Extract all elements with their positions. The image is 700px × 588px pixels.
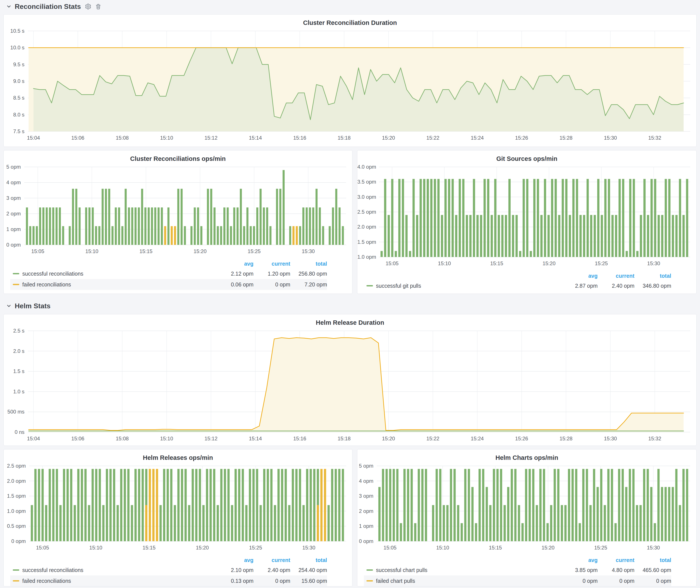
x-axis-tick: 15:22 (426, 436, 439, 442)
legend-stat-current: 0 opm (253, 578, 290, 584)
panel-title[interactable]: Cluster Reconciliation Duration (4, 15, 696, 28)
x-axis-tick: 15:30 (302, 545, 315, 551)
legend-header-total[interactable]: total (634, 557, 671, 563)
legend-stat-avg: 2.12 opm (217, 271, 253, 277)
chart-canvas (4, 328, 696, 446)
chevron-down-icon[interactable] (6, 4, 12, 9)
x-axis-tick: 15:14 (249, 135, 262, 141)
panel-helm-release-duration: Helm Release Duration 15:0415:0615:0815:… (3, 314, 697, 446)
legend-series-label[interactable]: failed chart pulls (364, 578, 561, 584)
legend-series-label[interactable]: failed reconciliations (10, 578, 217, 584)
legend-cluster-reconciliations: avgcurrenttotalsuccessful reconciliation… (4, 259, 352, 290)
legend-header-total[interactable]: total (634, 273, 671, 279)
series-color-dash-icon (13, 273, 19, 274)
x-axis-tick: 15:30 (647, 545, 660, 551)
legend-header-row: avgcurrenttotal (364, 271, 671, 280)
x-axis-tick: 15:20 (542, 545, 555, 551)
legend-stat-total: 256.80 opm (290, 271, 327, 277)
legend-header-current[interactable]: current (253, 261, 290, 267)
legend-series-label[interactable]: successful chart pulls (364, 567, 561, 573)
y-axis-tick: 10.0 s (4, 45, 24, 51)
x-axis-tick: 15:28 (560, 436, 573, 442)
y-axis-tick: 4 opm (4, 179, 21, 186)
x-axis-tick: 15:16 (293, 436, 306, 442)
panel-cluster-reconciliations-opm: Cluster Reconciliations ops/min 15:0515:… (3, 150, 352, 294)
chart-helm-release-duration[interactable]: 15:0415:0615:0815:1015:1215:1415:1615:18… (4, 328, 696, 446)
y-axis-tick: 1.0 opm (4, 508, 26, 514)
legend-header-avg[interactable]: avg (217, 261, 253, 267)
legend-series-label[interactable]: successful reconciliations (10, 271, 217, 277)
chart-canvas (357, 164, 696, 271)
legend-header-row: avgcurrenttotal (10, 259, 327, 268)
x-axis-tick: 15:22 (426, 135, 439, 141)
legend-stat-current: 2.40 opm (598, 283, 634, 289)
chart-helm-charts-opm[interactable]: 15:0515:1015:1515:2015:2515:305 opm4 opm… (357, 463, 696, 555)
legend-stat-total: 0 opm (634, 578, 671, 584)
legend-header-total[interactable]: total (290, 557, 327, 563)
x-axis-tick: 15:32 (648, 436, 661, 442)
y-axis-tick: 7.5 s (4, 128, 24, 134)
legend-series-label[interactable]: successful reconciliations (10, 567, 217, 573)
x-axis-tick: 15:04 (27, 436, 40, 442)
x-axis-tick: 15:10 (89, 545, 102, 551)
y-axis-tick: 0.5 opm (4, 523, 26, 529)
legend-stat-avg: 0.06 opm (217, 281, 253, 288)
chart-canvas (357, 463, 696, 555)
legend-header-avg[interactable]: avg (217, 557, 253, 563)
panel-title[interactable]: Helm Charts ops/min (357, 449, 696, 463)
x-axis-tick: 15:18 (338, 436, 351, 442)
legend-header-current[interactable]: current (253, 557, 290, 563)
section-title-reconciliation-stats[interactable]: Reconciliation Stats (15, 3, 81, 11)
legend-stat-total: 7.20 opm (290, 281, 327, 288)
y-axis-tick: 8.0 s (4, 112, 24, 118)
y-axis-tick: 0 opm (357, 538, 373, 544)
legend-header-current[interactable]: current (598, 557, 634, 563)
chart-canvas (4, 463, 352, 555)
legend-series-name: failed reconciliations (22, 578, 71, 584)
legend-stat-avg: 0.13 opm (217, 578, 253, 584)
panel-git-sources-opm: Git Sources ops/min 15:0515:1015:1515:20… (357, 150, 697, 294)
legend-series-label[interactable]: failed reconciliations (10, 281, 217, 288)
x-axis-tick: 15:06 (71, 436, 84, 442)
panel-title[interactable]: Helm Release Duration (4, 314, 696, 328)
x-axis-tick: 15:20 (194, 248, 206, 254)
y-axis-tick: 500 ms (4, 409, 24, 415)
legend-header-avg[interactable]: avg (561, 557, 598, 563)
x-axis-tick: 15:18 (338, 135, 351, 141)
x-axis-tick: 15:16 (293, 135, 306, 141)
chart-helm-releases-opm[interactable]: 15:0515:1015:1515:2015:2515:302.5 opm2.0… (4, 463, 352, 555)
y-axis-tick: 5 opm (357, 463, 373, 469)
series-color-dash-icon (366, 285, 373, 286)
chart-cluster-reconciliation-duration[interactable]: 15:0415:0615:0815:1015:1215:1415:1615:18… (4, 28, 696, 145)
panel-title[interactable]: Cluster Reconciliations ops/min (4, 150, 352, 164)
panel-title[interactable]: Helm Releases ops/min (4, 449, 352, 463)
x-axis-tick: 15:26 (515, 436, 528, 442)
gear-icon[interactable] (85, 3, 91, 10)
y-axis-tick: 0 ns (4, 429, 24, 435)
y-axis-tick: 9.0 s (4, 78, 24, 84)
x-axis-tick: 15:10 (85, 248, 98, 254)
x-axis-tick: 15:08 (116, 436, 129, 442)
x-axis-tick: 15:08 (116, 135, 129, 141)
panel-title[interactable]: Git Sources ops/min (357, 150, 696, 164)
x-axis-tick: 15:30 (604, 436, 617, 442)
legend-header-total[interactable]: total (290, 261, 327, 267)
legend-header-avg[interactable]: avg (561, 273, 598, 279)
y-axis-tick: 1 opm (4, 226, 21, 232)
x-axis-tick: 15:14 (249, 436, 262, 442)
legend-series-label[interactable]: successful git pulls (364, 283, 561, 289)
y-axis-tick: 2.5 s (4, 328, 24, 334)
y-axis-tick: 3.5 opm (357, 179, 376, 185)
series-color-dash-icon (366, 569, 373, 571)
section-title-helm-stats[interactable]: Helm Stats (15, 302, 50, 310)
chevron-down-icon[interactable] (6, 303, 12, 309)
chart-cluster-reconciliations-opm[interactable]: 15:0515:1015:1515:2015:2515:305 opm4 opm… (4, 164, 352, 259)
x-axis-tick: 15:28 (560, 135, 573, 141)
legend-header-current[interactable]: current (598, 273, 634, 279)
trash-icon[interactable] (95, 3, 101, 10)
legend-row: failed reconciliations0.06 opm0 opm7.20 … (10, 279, 327, 290)
x-axis-tick: 15:24 (471, 436, 484, 442)
chart-git-sources-opm[interactable]: 15:0515:1015:1515:2015:2515:304.0 opm3.5… (357, 164, 696, 271)
x-axis-tick: 15:25 (594, 545, 607, 551)
legend-row: successful chart pulls3.85 opm4.80 opm46… (364, 565, 671, 575)
